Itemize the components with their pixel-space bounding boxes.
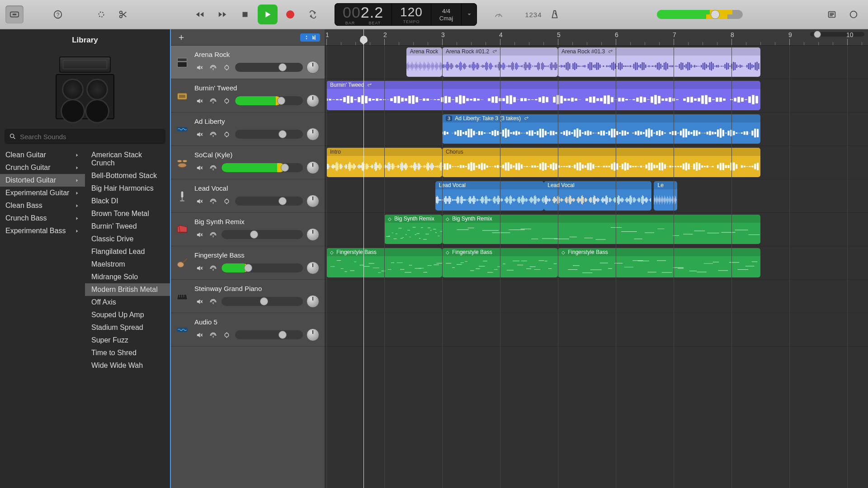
input-monitor-button[interactable] xyxy=(222,62,231,72)
region[interactable]: Chorus xyxy=(442,148,760,177)
track-volume-slider[interactable] xyxy=(235,197,303,206)
mute-button[interactable] xyxy=(194,62,204,72)
solo-button[interactable] xyxy=(208,196,218,206)
master-track-button[interactable] xyxy=(300,33,320,42)
category-item[interactable]: Clean Bass xyxy=(0,199,85,212)
timeline-lane[interactable] xyxy=(325,313,868,347)
track-volume-slider[interactable] xyxy=(222,297,303,306)
solo-button[interactable] xyxy=(208,263,218,273)
timeline-ruler[interactable]: 123456789101112 xyxy=(325,29,868,46)
track-header[interactable]: Big Synth Remix xyxy=(171,213,325,246)
pan-knob[interactable] xyxy=(307,161,319,174)
region[interactable]: ◇Fingerstyle Bass xyxy=(558,248,760,277)
pan-knob[interactable] xyxy=(307,61,319,74)
region[interactable]: Arena Rock xyxy=(406,47,442,77)
metronome-button[interactable] xyxy=(546,5,564,23)
timeline-arrange[interactable]: 123456789101112 Arena RockArena Rock #01… xyxy=(325,29,868,488)
forward-button[interactable] xyxy=(212,5,232,24)
region[interactable]: 3Ad Liberty: Take 3 (3 takes) xyxy=(442,114,760,144)
input-monitor-button[interactable] xyxy=(222,196,231,206)
library-toggle-button[interactable] xyxy=(5,5,24,23)
preset-item[interactable]: Modern British Metal xyxy=(85,283,170,296)
solo-button[interactable] xyxy=(208,330,218,340)
mute-button[interactable] xyxy=(194,196,204,206)
category-item[interactable]: Crunch Bass xyxy=(0,212,85,225)
mute-button[interactable] xyxy=(194,263,204,273)
solo-button[interactable] xyxy=(208,296,218,306)
track-volume-slider[interactable] xyxy=(235,96,303,105)
count-in-label[interactable]: 1234 xyxy=(525,11,542,19)
track-header[interactable]: SoCal (Kyle) xyxy=(171,146,325,179)
help-button[interactable]: ? xyxy=(49,5,67,23)
preset-item[interactable]: Black DI xyxy=(85,195,170,207)
preset-item[interactable]: Stadium Spread xyxy=(85,321,170,334)
solo-button[interactable] xyxy=(208,96,218,106)
tuner-button[interactable] xyxy=(490,5,508,23)
preset-item[interactable]: Souped Up Amp xyxy=(85,309,170,321)
preset-item[interactable]: Maelstrom xyxy=(85,258,170,271)
search-input[interactable] xyxy=(5,129,165,144)
timeline-lane[interactable]: ◇Big Synth Remix◇Big Synth Remix xyxy=(325,213,868,246)
track-volume-slider[interactable] xyxy=(222,163,303,172)
preset-item[interactable]: Flangilated Lead xyxy=(85,245,170,258)
mute-button[interactable] xyxy=(194,129,204,139)
timeline-lane[interactable]: Burnin' Tweed xyxy=(325,79,868,113)
preset-item[interactable]: American Stack Crunch xyxy=(85,149,170,169)
timeline-lane[interactable]: IntroChorus xyxy=(325,146,868,179)
scissors-button[interactable] xyxy=(114,5,132,23)
play-button[interactable] xyxy=(258,5,278,24)
timeline-lane[interactable]: ◇Fingerstyle Bass◇Fingerstyle Bass◇Finge… xyxy=(325,246,868,280)
timeline-lane[interactable]: Arena RockArena Rock #01.2Arena Rock #01… xyxy=(325,46,868,79)
timeline-lane[interactable]: 3Ad Liberty: Take 3 (3 takes) xyxy=(325,113,868,146)
preset-item[interactable]: Wide Wide Wah xyxy=(85,359,170,372)
add-track-button[interactable] xyxy=(175,32,187,43)
category-item[interactable]: Experimental Guitar xyxy=(0,187,85,199)
preset-item[interactable]: Brown Tone Metal xyxy=(85,207,170,220)
category-item[interactable]: Experimental Bass xyxy=(0,225,85,237)
cycle-button[interactable] xyxy=(303,5,323,24)
pan-knob[interactable] xyxy=(307,228,319,241)
input-monitor-button[interactable] xyxy=(222,96,231,106)
input-monitor-button[interactable] xyxy=(222,129,231,139)
lcd-display[interactable]: 002.2 BARBEAT 120 TEMPO 4/4 Cmaj xyxy=(335,3,477,26)
master-volume-slider[interactable] xyxy=(657,10,743,19)
quantize-button[interactable] xyxy=(92,5,110,23)
track-header[interactable]: Arena Rock xyxy=(171,46,325,79)
playhead[interactable] xyxy=(363,29,364,488)
preset-item[interactable]: Bell-Bottomed Stack xyxy=(85,169,170,182)
track-volume-slider[interactable] xyxy=(222,230,303,239)
track-header[interactable]: Ad Liberty xyxy=(171,113,325,146)
loop-browser-button[interactable] xyxy=(844,5,863,23)
notepad-button[interactable] xyxy=(823,5,841,23)
region[interactable]: ◇Big Synth Remix xyxy=(384,215,442,244)
preset-item[interactable]: Classic Drive xyxy=(85,233,170,245)
input-monitor-button[interactable] xyxy=(222,330,231,340)
track-volume-slider[interactable] xyxy=(235,330,303,339)
timeline-lane[interactable]: Lead VocalLead VocalLe xyxy=(325,179,868,213)
solo-button[interactable] xyxy=(208,62,218,72)
track-volume-slider[interactable] xyxy=(222,263,303,272)
solo-button[interactable] xyxy=(208,163,218,173)
solo-button[interactable] xyxy=(208,230,218,239)
record-button[interactable] xyxy=(280,5,300,24)
timeline-lane[interactable] xyxy=(325,280,868,313)
mute-button[interactable] xyxy=(194,96,204,106)
mute-button[interactable] xyxy=(194,330,204,340)
track-header[interactable]: Burnin' Tweed xyxy=(171,79,325,113)
pan-knob[interactable] xyxy=(307,128,319,141)
track-volume-slider[interactable] xyxy=(235,63,303,72)
mute-button[interactable] xyxy=(194,230,204,239)
category-item[interactable]: Crunch Guitar xyxy=(0,161,85,174)
lcd-chevron-icon[interactable] xyxy=(462,3,477,26)
track-header[interactable]: Fingerstyle Bass xyxy=(171,246,325,280)
pan-knob[interactable] xyxy=(307,328,319,341)
rewind-button[interactable] xyxy=(190,5,210,24)
track-header[interactable]: Audio 5 xyxy=(171,313,325,347)
preset-item[interactable]: Midrange Solo xyxy=(85,271,170,283)
pan-knob[interactable] xyxy=(307,295,319,308)
track-volume-slider[interactable] xyxy=(235,130,303,139)
category-item[interactable]: Clean Guitar xyxy=(0,149,85,161)
mute-button[interactable] xyxy=(194,296,204,306)
pan-knob[interactable] xyxy=(307,195,319,207)
preset-item[interactable]: Time to Shred xyxy=(85,347,170,359)
